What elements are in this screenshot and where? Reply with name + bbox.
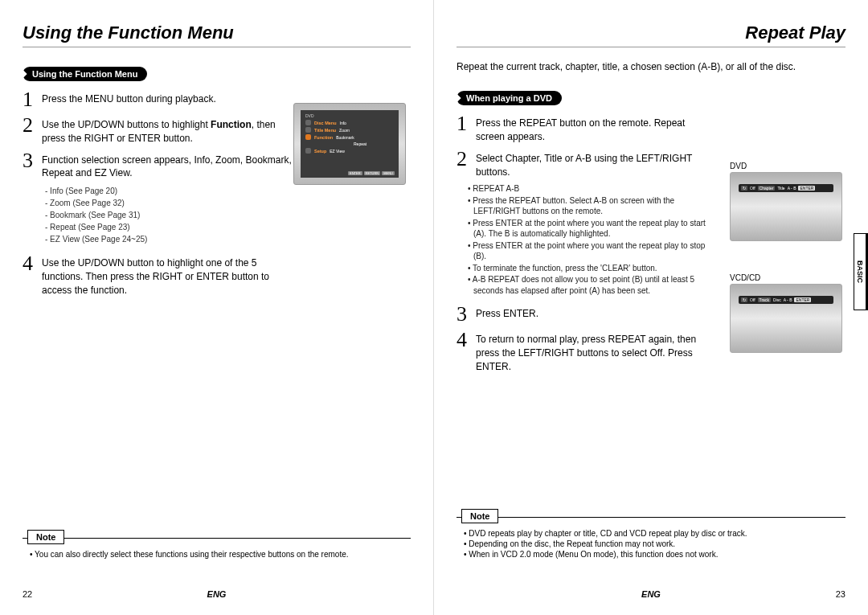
tv-item: Repeat xyxy=(354,141,366,146)
right-content: When playing a DVD 1 Press the REPEAT bu… xyxy=(457,84,706,374)
step-number: 2 xyxy=(23,115,42,146)
step-2: 2 Use the UP/DOWN buttons to highlight F… xyxy=(23,115,296,146)
step-number: 1 xyxy=(457,113,476,144)
tv-disc-type: DVD xyxy=(305,113,394,118)
tv-buttons: ENTER RETURN MENU xyxy=(348,171,395,175)
list-item: Press ENTER at the point where you want … xyxy=(468,218,706,240)
step-text: Press ENTER. xyxy=(476,304,538,325)
step-3: 3 Function selection screen appears, Inf… xyxy=(23,150,296,181)
sublist-item: EZ View (See Page 24~25) xyxy=(45,233,296,245)
step-number: 3 xyxy=(457,304,476,325)
page-number: 23 xyxy=(836,589,845,599)
step-number: 4 xyxy=(23,253,42,297)
note-box: You can also directly select these funct… xyxy=(23,538,411,559)
osd-bar: ↻ Off Chapter Title A - B ENTER xyxy=(739,184,833,192)
osd-item: Title xyxy=(777,186,784,191)
step-number: 1 xyxy=(23,89,42,110)
osd-label: VCD/CD xyxy=(730,273,842,282)
osd-item: ENTER xyxy=(794,297,811,302)
page-number: 22 xyxy=(23,589,32,599)
note-item: When in VCD 2.0 mode (Menu On mode), thi… xyxy=(460,550,842,559)
header-row: Repeat Play xyxy=(457,23,845,47)
tv-label: Disc Menu xyxy=(314,121,337,125)
repeat-icon: ↻ xyxy=(741,186,747,191)
repeat-icon: ↻ xyxy=(741,297,747,302)
osd-item: ENTER xyxy=(798,186,815,191)
manual-spread: Using the Function Menu Using the Functi… xyxy=(0,0,868,615)
step-text: Press the REPEAT button on the remote. R… xyxy=(476,113,706,144)
list-item: To terminate the function, press the 'CL… xyxy=(468,263,706,274)
step-number: 4 xyxy=(457,330,476,373)
osd-item: Track xyxy=(758,297,771,302)
header-row: Using the Function Menu xyxy=(23,23,411,47)
step-2: 2 Select Chapter, Title or A-B using the… xyxy=(457,149,706,179)
step-text: Function selection screen appears, Info,… xyxy=(42,150,296,181)
step-number: 2 xyxy=(457,149,476,179)
tv-item: EZ View xyxy=(330,149,345,154)
section-pill: When playing a DVD xyxy=(457,91,562,105)
tv-label: Function xyxy=(314,135,333,140)
intro-text: Repeat the current track, chapter, title… xyxy=(457,60,845,73)
sublist-item: Repeat (See Page 23) xyxy=(45,221,296,233)
step-3: 3 Press ENTER. xyxy=(457,304,706,325)
sublist-item: Info (See Page 20) xyxy=(45,185,296,197)
step-text: Select Chapter, Title or A-B using the L… xyxy=(476,149,706,179)
menu-icon xyxy=(305,127,311,133)
tv-label: Title Menu xyxy=(314,128,336,133)
tv-graphic: DVD Disc MenuInfo Title MenuZoom Functio… xyxy=(293,103,406,185)
page-title: Using the Function Menu xyxy=(23,23,234,43)
step-1: 1 Press the REPEAT button on the remote.… xyxy=(457,113,706,144)
function-sublist: Info (See Page 20) Zoom (See Page 32) Bo… xyxy=(45,185,296,245)
step-text: To return to normal play, press REPEAT a… xyxy=(476,330,706,373)
note-header: Note xyxy=(27,530,64,544)
list-item: A-B REPEAT does not allow you to set poi… xyxy=(468,274,706,296)
list-item: REPEAT A-B xyxy=(468,183,706,195)
osd-label: DVD xyxy=(730,162,842,170)
list-item: Press ENTER at the point where you want … xyxy=(468,240,706,262)
osd-item: Disc xyxy=(773,297,781,302)
osd-item: Off xyxy=(750,186,755,191)
tv-screen: DVD Disc MenuInfo Title MenuZoom Functio… xyxy=(301,110,399,178)
osd-item: A - B xyxy=(788,186,796,191)
osd-item: Off xyxy=(750,297,755,302)
page-title: Repeat Play xyxy=(457,23,845,43)
footer: 22 ENG xyxy=(23,589,411,599)
osd-bar: ↻ Off Track Disc A - B ENTER xyxy=(739,296,833,304)
left-content: Using the Function Menu 1 Press the MENU… xyxy=(23,60,296,297)
tv-btn: MENU xyxy=(382,171,395,175)
tv-btn: ENTER xyxy=(348,171,362,175)
menu-icon xyxy=(305,134,311,140)
tv-item: Info xyxy=(340,121,346,125)
step-4: 4 Use the UP/DOWN button to highlight on… xyxy=(23,253,296,297)
lang-label: ENG xyxy=(641,589,661,599)
note-item: You can also directly select these funct… xyxy=(26,550,407,559)
tv-label: Setup xyxy=(314,149,326,154)
menu-icon xyxy=(305,120,311,125)
lang-label: ENG xyxy=(207,589,227,599)
tv-btn: RETURN xyxy=(364,171,381,175)
side-tab-basic: BASIC xyxy=(854,233,866,310)
step-4: 4 To return to normal play, press REPEAT… xyxy=(457,330,706,373)
step-text: Press the MENU button during playback. xyxy=(42,89,216,110)
note-item: DVD repeats play by chapter or title, CD… xyxy=(460,529,842,538)
note-section: Note You can also directly select these … xyxy=(23,523,411,560)
section-pill: Using the Function Menu xyxy=(23,67,147,81)
osd-item: A - B xyxy=(784,297,792,302)
osd-item: Chapter xyxy=(758,186,776,191)
step-text: Use the UP/DOWN buttons to highlight Fun… xyxy=(42,115,296,146)
step-1: 1 Press the MENU button during playback. xyxy=(23,89,296,110)
step-number: 3 xyxy=(23,150,42,181)
tv-item: Zoom xyxy=(339,128,350,133)
osd-column: DVD ↻ Off Chapter Title A - B ENTER VCD/… xyxy=(730,157,842,353)
page-right: Repeat Play Repeat the current track, ch… xyxy=(434,0,868,615)
sublist-item: Zoom (See Page 32) xyxy=(45,197,296,209)
menu-icon xyxy=(305,148,311,154)
side-tab: BASIC FUNCTIONS xyxy=(854,233,868,310)
repeat-ab-list: REPEAT A-B Press the REPEAT button. Sele… xyxy=(468,183,706,296)
footer: ENG 23 xyxy=(457,589,845,599)
note-item: Depending on the disc, the Repeat functi… xyxy=(460,539,842,548)
sublist-item: Bookmark (See Page 31) xyxy=(45,209,296,221)
osd-dvd: ↻ Off Chapter Title A - B ENTER xyxy=(730,172,842,241)
osd-vcd: ↻ Off Track Disc A - B ENTER xyxy=(730,284,842,353)
list-item: Press the REPEAT button. Select A-B on s… xyxy=(468,195,706,217)
